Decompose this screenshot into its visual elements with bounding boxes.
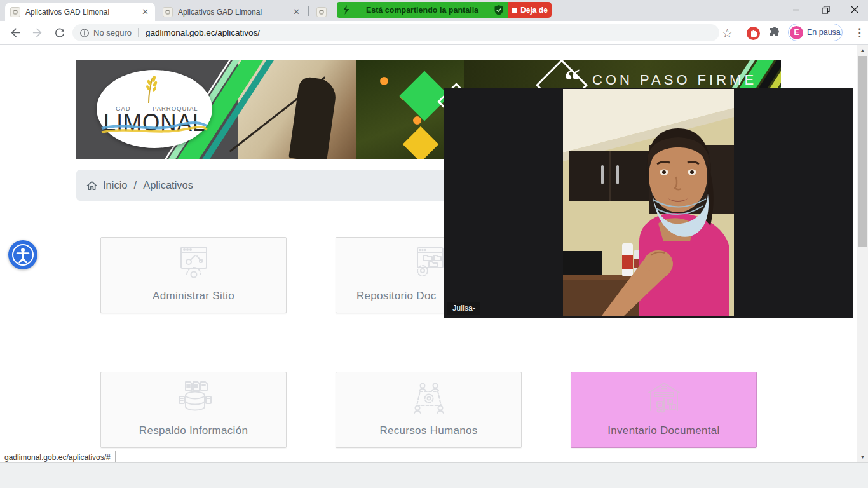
site-favicon-icon <box>316 7 327 17</box>
address-bar[interactable]: No seguro gadlimonal.gob.ec/aplicativos/ <box>72 24 719 41</box>
scroll-down-icon[interactable]: ▼ <box>857 452 868 462</box>
share-banner-text: Está compartiendo la pantalla <box>350 6 494 15</box>
url-text[interactable]: gadlimonal.gob.ec/aplicativos/ <box>146 28 260 37</box>
close-icon <box>851 6 858 13</box>
screen: Aplicativos GAD Limonal ✕ Aplicativos GA… <box>0 0 868 488</box>
scrollbar-thumb[interactable] <box>858 56 867 247</box>
shield-check-icon <box>494 5 503 15</box>
status-link-text: gadlimonal.gob.ec/aplicativos/# <box>4 453 111 462</box>
card-label: Inventario Documental <box>607 424 719 437</box>
screen-share-banner: Está compartiendo la pantalla <box>337 2 508 18</box>
restore-button[interactable] <box>816 0 835 19</box>
accessibility-button[interactable] <box>8 240 37 269</box>
security-label[interactable]: No seguro <box>93 28 132 37</box>
gad-limonal-logo: GAD PARROQUIAL LIMONAL <box>97 70 212 148</box>
human-resources-icon <box>407 379 451 418</box>
warehouse-inventory-icon <box>642 379 686 418</box>
logo-waves <box>100 119 208 136</box>
adblock-extension-icon[interactable] <box>747 27 760 40</box>
card-inventario-documental[interactable]: Inventario Documental <box>571 372 757 448</box>
banner-quote: CON PASO FIRME <box>592 72 757 88</box>
wheat-icon <box>140 75 163 104</box>
tab-2[interactable]: Aplicativos GAD Limonal ✕ <box>158 3 306 21</box>
minimize-button[interactable] <box>787 0 806 19</box>
breadcrumb-current: Aplicativos <box>143 179 193 191</box>
card-administrar-sitio[interactable]: Administrar Sitio <box>100 237 287 313</box>
tab-1[interactable]: Aplicativos GAD Limonal ✕ <box>5 3 155 21</box>
video-call-overlay[interactable]: Julisa- <box>444 88 853 318</box>
site-favicon-icon <box>10 7 20 17</box>
accessibility-icon <box>11 243 35 267</box>
extensions-puzzle-icon[interactable] <box>768 27 781 39</box>
refresh-button[interactable] <box>54 27 65 38</box>
refresh-icon <box>54 27 65 38</box>
address-divider <box>138 28 139 37</box>
tab-title: Aplicativos GAD Limonal <box>178 8 287 17</box>
card-label: Recursos Humanos <box>379 424 477 437</box>
card-recursos-humanos[interactable]: Recursos Humanos <box>336 372 522 448</box>
forward-icon <box>32 27 44 39</box>
tab-close-icon[interactable]: ✕ <box>140 7 150 17</box>
avatar: E <box>790 26 803 39</box>
tab-separator <box>308 6 309 16</box>
back-icon <box>9 27 21 39</box>
info-icon[interactable] <box>80 29 89 37</box>
card-label: Respaldo Información <box>139 424 248 437</box>
tab-title: Aplicativos GAD Limonal <box>25 8 135 17</box>
taskbar <box>0 462 868 488</box>
bookmark-star-icon[interactable]: ☆ <box>722 26 733 41</box>
tab-3[interactable]: B <box>311 3 339 21</box>
site-admin-icon <box>172 244 216 283</box>
share-icon <box>342 5 350 15</box>
backup-icon <box>172 379 216 418</box>
home-icon[interactable] <box>86 180 97 191</box>
card-label: Repositorio Doc <box>356 290 436 302</box>
profile-status: En pausa <box>807 28 841 37</box>
back-button[interactable] <box>9 27 21 39</box>
stop-sharing-button[interactable]: Deja de <box>508 2 552 18</box>
breadcrumb-separator: / <box>134 179 137 191</box>
breadcrumb-home[interactable]: Inicio <box>103 179 128 191</box>
card-label: Administrar Sitio <box>153 290 234 302</box>
stop-sharing-label: Deja de <box>520 6 548 15</box>
stop-icon <box>512 8 517 13</box>
card-respaldo[interactable]: Respaldo Información <box>100 372 287 448</box>
restore-icon <box>822 6 830 14</box>
menu-dots-icon[interactable]: ⋮ <box>854 26 865 39</box>
page-scrollbar[interactable]: ▲ ▼ <box>857 45 868 462</box>
profile-chip[interactable]: E En pausa <box>788 24 843 41</box>
participant-video <box>563 89 734 316</box>
scroll-up-icon[interactable]: ▲ <box>857 45 868 55</box>
site-favicon-icon <box>163 7 173 17</box>
tab-close-icon[interactable]: ✕ <box>292 7 301 17</box>
forward-button[interactable] <box>32 27 44 39</box>
close-button[interactable] <box>845 0 864 19</box>
participant-name: Julisa- <box>447 302 480 315</box>
